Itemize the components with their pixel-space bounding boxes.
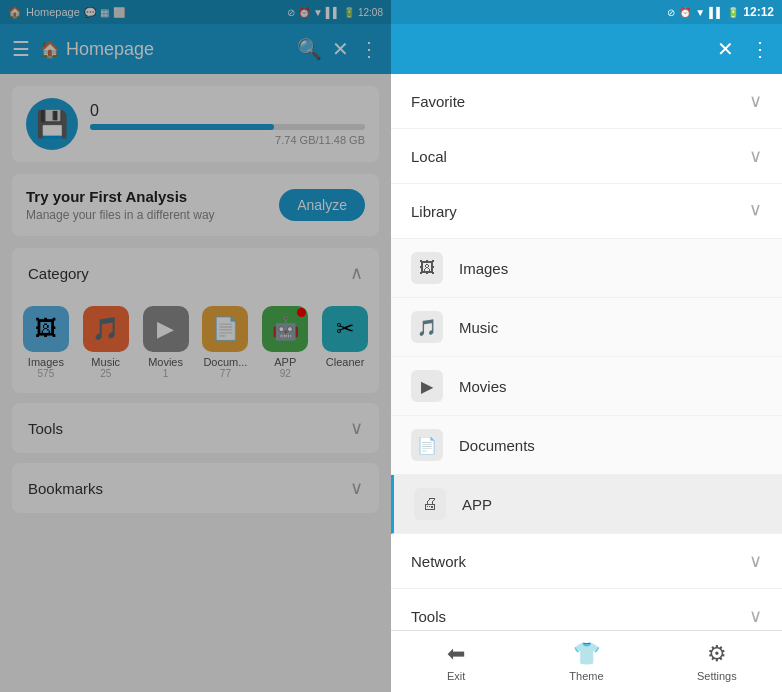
sub-label-documents: Documents xyxy=(459,437,535,454)
menu-item-favorite[interactable]: Favorite ∨ xyxy=(391,74,782,129)
menu-label-tools: Tools xyxy=(411,608,446,625)
sub-icon-app: 🖨 xyxy=(414,488,446,520)
settings-icon: ⚙ xyxy=(707,641,727,667)
menu-item-tools[interactable]: Tools ∨ xyxy=(391,589,782,630)
sub-item-images[interactable]: 🖼 Images xyxy=(391,239,782,298)
sub-icon-images: 🖼 xyxy=(411,252,443,284)
sub-icon-documents: 📄 xyxy=(411,429,443,461)
ban-icon-right: ⊘ xyxy=(667,7,675,18)
tab-settings[interactable]: ⚙ Settings xyxy=(652,635,782,688)
sub-icon-movies: ▶ xyxy=(411,370,443,402)
tab-theme[interactable]: 👕 Theme xyxy=(521,635,651,688)
battery-icon-right: 🔋 xyxy=(727,7,739,18)
sub-label-app: APP xyxy=(462,496,492,513)
library-sub-items: 🖼 Images 🎵 Music ▶ Movies 📄 Documents 🖨 … xyxy=(391,239,782,534)
signal-icon-right: ▌▌ xyxy=(709,7,723,18)
status-bar-right: ⊘ ⏰ ▼ ▌▌ 🔋 12:12 xyxy=(391,0,782,24)
menu-item-library[interactable]: Library ∧ xyxy=(391,184,782,239)
menu-chevron-library: ∧ xyxy=(749,200,762,222)
drawer-topbar: ✕ ⋮ xyxy=(391,24,782,74)
left-panel: 🏠 Homepage 💬 ▦ ⬜ ⊘ ⏰ ▼ ▌▌ 🔋 12:08 ☰ 🏠 Ho… xyxy=(0,0,391,692)
menu-chevron-local: ∨ xyxy=(749,145,762,167)
theme-icon: 👕 xyxy=(573,641,600,667)
sub-item-movies[interactable]: ▶ Movies xyxy=(391,357,782,416)
drawer-more-icon[interactable]: ⋮ xyxy=(750,37,770,61)
alarm-icon-right: ⏰ xyxy=(679,7,691,18)
drawer-menu: Favorite ∨ Local ∨ Library ∧ 🖼 Images 🎵 … xyxy=(391,74,782,630)
exit-label: Exit xyxy=(447,670,465,682)
drawer-close-icon[interactable]: ✕ xyxy=(717,37,734,61)
bottom-tab-bar: ⬅ Exit 👕 Theme ⚙ Settings xyxy=(391,630,782,692)
right-panel: ⊘ ⏰ ▼ ▌▌ 🔋 12:12 ✕ ⋮ Favorite ∨ Local ∨ … xyxy=(391,0,782,692)
menu-item-network[interactable]: Network ∨ xyxy=(391,534,782,589)
left-dim-overlay[interactable] xyxy=(0,0,391,692)
exit-icon: ⬅ xyxy=(447,641,465,667)
wifi-icon-right: ▼ xyxy=(695,7,705,18)
sub-label-music: Music xyxy=(459,319,498,336)
settings-label: Settings xyxy=(697,670,737,682)
menu-chevron-tools: ∨ xyxy=(749,605,762,627)
menu-label-library: Library xyxy=(411,203,457,220)
menu-chevron-network: ∨ xyxy=(749,550,762,572)
time-right: 12:12 xyxy=(743,5,774,19)
tab-exit[interactable]: ⬅ Exit xyxy=(391,635,521,688)
menu-label-local: Local xyxy=(411,148,447,165)
menu-chevron-favorite: ∨ xyxy=(749,90,762,112)
sub-label-movies: Movies xyxy=(459,378,507,395)
menu-item-local[interactable]: Local ∨ xyxy=(391,129,782,184)
sub-label-images: Images xyxy=(459,260,508,277)
menu-label-favorite: Favorite xyxy=(411,93,465,110)
sub-icon-music: 🎵 xyxy=(411,311,443,343)
theme-label: Theme xyxy=(569,670,603,682)
sub-item-documents[interactable]: 📄 Documents xyxy=(391,416,782,475)
sub-item-music[interactable]: 🎵 Music xyxy=(391,298,782,357)
sub-item-app[interactable]: 🖨 APP xyxy=(391,475,782,534)
menu-label-network: Network xyxy=(411,553,466,570)
